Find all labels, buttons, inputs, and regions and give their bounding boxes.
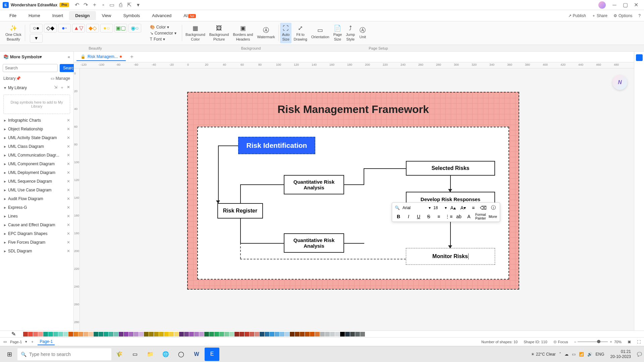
library-category[interactable]: ▸EPC Diagram Shapes✕: [0, 229, 73, 238]
color-swatch[interactable]: [164, 332, 169, 337]
color-swatch[interactable]: [330, 332, 335, 337]
close-icon[interactable]: ✕: [67, 135, 70, 140]
save-icon[interactable]: ▫: [101, 2, 106, 8]
taskbar-app[interactable]: 🌾: [112, 348, 127, 361]
publish-button[interactable]: ↗ Publish: [568, 13, 586, 18]
color-swatch[interactable]: [310, 332, 315, 337]
highlight-icon[interactable]: ab: [455, 213, 463, 220]
close-icon[interactable]: ✕: [67, 249, 70, 253]
language-indicator[interactable]: ENG: [596, 352, 604, 357]
menu-insert[interactable]: Insert: [46, 11, 69, 20]
weather-widget[interactable]: ☀ 22°C Clear: [531, 352, 555, 357]
close-icon[interactable]: ✕: [67, 118, 70, 123]
pin-icon[interactable]: 📌: [16, 76, 21, 81]
color-swatch[interactable]: [94, 332, 98, 337]
info-icon[interactable]: ⓘ: [490, 204, 497, 212]
library-category[interactable]: ▸UML Use Case Diagram✕: [0, 186, 73, 194]
symbol-search-input[interactable]: [3, 64, 58, 72]
color-swatch[interactable]: [43, 332, 48, 337]
menu-design[interactable]: Design: [69, 11, 96, 20]
color-swatch[interactable]: [99, 332, 103, 337]
add-doc-tab-button[interactable]: ＋: [129, 53, 135, 60]
print-icon[interactable]: ⎙: [118, 2, 123, 8]
focus-toggle[interactable]: ◎Focus: [553, 340, 568, 344]
diagram-title[interactable]: Risk Management Framework: [188, 103, 519, 116]
connector[interactable]: [240, 184, 241, 203]
chevron-down-icon[interactable]: ▾: [40, 54, 42, 59]
fullscreen-icon[interactable]: ⛶: [637, 340, 641, 344]
wifi-icon[interactable]: 📶: [579, 352, 584, 357]
color-swatch[interactable]: [154, 332, 159, 337]
minimize-button[interactable]: ─: [609, 0, 620, 10]
import-icon[interactable]: ⇲: [54, 85, 57, 90]
tray-chevron-icon[interactable]: ˄: [559, 352, 561, 357]
page-select[interactable]: Page-1: [10, 340, 22, 344]
color-swatch[interactable]: [38, 332, 43, 337]
underline-button[interactable]: U: [415, 213, 422, 220]
color-swatch[interactable]: [189, 332, 194, 337]
taskbar-search[interactable]: 🔍Type here to search: [17, 348, 111, 360]
bullet-list-icon[interactable]: ⋮≡: [445, 213, 452, 220]
notifications-icon[interactable]: 💬: [637, 352, 642, 357]
connector[interactable]: [240, 243, 284, 244]
collapse-sidebar-icon[interactable]: «: [68, 54, 70, 59]
color-swatch[interactable]: [129, 332, 133, 337]
zoom-out-button[interactable]: −: [574, 340, 576, 344]
library-category[interactable]: ▸SDL Diagram✕: [0, 247, 73, 255]
library-category[interactable]: ▸UML Activity State Diagram✕: [0, 133, 73, 142]
color-swatch[interactable]: [305, 332, 310, 337]
theme-preset[interactable]: ▣▢: [114, 24, 127, 33]
task-view-icon[interactable]: ▭: [127, 348, 142, 361]
theme-preset[interactable]: ▲▽: [72, 24, 85, 33]
theme-preset[interactable]: ◉○: [128, 24, 141, 33]
start-button[interactable]: ⊞: [2, 348, 17, 361]
ai-assistant-bubble[interactable]: N: [612, 75, 627, 90]
clear-format-icon[interactable]: ⌫: [480, 204, 487, 212]
borders-headers-button[interactable]: ▣Borders and Headers: [231, 23, 255, 43]
connector-dashed[interactable]: [240, 259, 406, 259]
color-swatch[interactable]: [84, 332, 88, 337]
font-dropdown[interactable]: TFont ▾: [149, 36, 166, 42]
color-swatch[interactable]: [68, 332, 73, 337]
word-icon[interactable]: W: [189, 348, 204, 361]
options-button[interactable]: ⚙ Options: [613, 13, 632, 18]
strike-button[interactable]: S: [425, 213, 432, 220]
page-tab[interactable]: Page-1: [38, 339, 55, 345]
connector[interactable]: [344, 184, 364, 185]
share-button[interactable]: ⚬ Share: [592, 13, 607, 18]
close-icon[interactable]: ✕: [67, 240, 70, 245]
close-button[interactable]: ✕: [631, 0, 641, 10]
close-icon[interactable]: ✕: [67, 223, 70, 227]
menu-home[interactable]: Home: [22, 11, 46, 20]
connector[interactable]: [364, 168, 364, 185]
zoom-slider[interactable]: [578, 341, 608, 342]
color-swatch[interactable]: [340, 332, 345, 337]
onedrive-icon[interactable]: ☁: [565, 352, 569, 357]
theme-preset[interactable]: ●○: [100, 24, 113, 33]
undo-icon[interactable]: ↶: [74, 2, 80, 8]
page-list-icon[interactable]: ▭: [3, 340, 7, 344]
manage-button[interactable]: ▭ Manage: [51, 76, 70, 81]
library-category[interactable]: ▸UML Class Diagram✕: [0, 142, 73, 151]
fit-page-icon[interactable]: ▣: [628, 340, 631, 344]
connector[interactable]: [364, 168, 406, 169]
color-swatch[interactable]: [270, 332, 274, 337]
connector[interactable]: [218, 145, 219, 203]
chrome-icon[interactable]: ◯: [174, 348, 189, 361]
align-icon[interactable]: ≡: [470, 204, 477, 212]
color-swatch[interactable]: [229, 332, 234, 337]
color-swatch[interactable]: [109, 332, 113, 337]
help-button[interactable]: ?: [638, 13, 641, 18]
color-swatch[interactable]: [280, 332, 284, 337]
library-category[interactable]: ▸Cause and Effect Diagram✕: [0, 221, 73, 229]
redo-icon[interactable]: ↷: [83, 2, 89, 8]
decrease-font-icon[interactable]: A▾: [460, 204, 467, 212]
auto-size-button[interactable]: ⛶Auto Size: [280, 23, 292, 43]
font-color-icon[interactable]: A: [465, 213, 473, 220]
menu-ai[interactable]: AIhot: [177, 11, 202, 20]
color-swatch[interactable]: [204, 332, 209, 337]
color-swatch[interactable]: [48, 332, 53, 337]
color-swatch[interactable]: [169, 332, 174, 337]
library-category[interactable]: ▸Object Relationship✕: [0, 125, 73, 133]
connector[interactable]: [240, 219, 241, 244]
